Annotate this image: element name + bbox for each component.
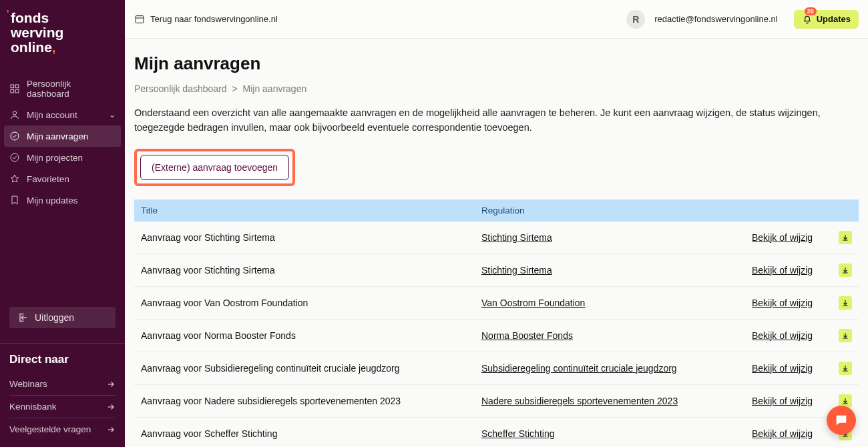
logout-icon: [17, 312, 28, 323]
logo-tick-icon: ': [7, 9, 9, 19]
row-title: Aanvraag voor Nadere subsidieregels spor…: [134, 384, 475, 417]
sidebar-item-label: Favorieten: [27, 174, 69, 184]
sidebar-item-label: Mijn aanvragen: [27, 131, 88, 141]
logo-line1: fonds: [11, 10, 49, 25]
chat-icon: [834, 413, 849, 428]
svg-rect-2: [11, 89, 14, 93]
regulation-link[interactable]: Subsidieregeling continuïteit cruciale j…: [481, 363, 677, 374]
logo-line2: werving: [11, 25, 63, 40]
direct-link-faq[interactable]: Veelgestelde vragen: [9, 418, 116, 440]
row-title: Aanvraag voor Subsidieregeling continuït…: [134, 352, 475, 384]
check-circle-icon: [9, 152, 20, 163]
sidebar-item-projecten[interactable]: Mijn projecten: [0, 147, 125, 168]
logo-comma: ,: [52, 39, 56, 55]
svg-rect-3: [15, 89, 19, 93]
sidebar-item-updates[interactable]: Mijn updates: [0, 189, 125, 211]
sidebar-item-favorieten[interactable]: Favorieten: [0, 168, 125, 189]
table-header-row: Title Regulation: [134, 199, 859, 221]
download-button[interactable]: [839, 296, 852, 310]
breadcrumb: Persoonlijk dashboard > Mijn aanvragen: [134, 83, 859, 94]
table-row: Aanvraag voor Stichting SirtemaStichting…: [134, 221, 859, 254]
direct-link-webinars[interactable]: Webinars: [9, 373, 116, 396]
topbar: Terug naar fondswervingonline.nl R redac…: [125, 0, 868, 39]
user-icon: [9, 109, 20, 120]
brand-logo: ' fonds werving online,: [0, 11, 125, 73]
view-edit-link[interactable]: Bekijk of wijzig: [752, 298, 813, 308]
regulation-link[interactable]: Norma Booster Fonds: [481, 330, 573, 341]
direct-link-label: Veelgestelde vragen: [9, 424, 91, 434]
direct-link-label: Kennisbank: [9, 402, 57, 412]
sidebar: ' fonds werving online, Persoonlijk dash…: [0, 0, 125, 447]
regulation-link[interactable]: Nadere subsidieregels sportevenementen 2…: [481, 396, 678, 406]
arrow-right-icon: [106, 402, 116, 412]
svg-point-6: [11, 153, 19, 161]
download-icon: [841, 397, 849, 405]
main: Terug naar fondswervingonline.nl R redac…: [125, 0, 868, 447]
download-button[interactable]: [839, 362, 852, 375]
logout-label: Uitloggen: [35, 312, 74, 323]
svg-rect-0: [11, 85, 14, 88]
regulation-link[interactable]: Van Oostrom Foundation: [481, 298, 585, 308]
avatar[interactable]: R: [626, 10, 645, 29]
direct-link-label: Webinars: [9, 379, 47, 389]
download-button[interactable]: [839, 231, 852, 244]
sidebar-nav: Persoonlijk dashboard Mijn account ⌄ Mij…: [0, 73, 125, 211]
table-row: Aanvraag voor Van Oostrom FoundationVan …: [134, 286, 859, 319]
breadcrumb-root[interactable]: Persoonlijk dashboard: [134, 83, 227, 94]
regulation-link[interactable]: Stichting Sirtema: [481, 232, 552, 243]
user-email: redactie@fondswervingonline.nl: [654, 14, 777, 24]
back-link-label: Terug naar fondswervingonline.nl: [150, 14, 278, 24]
view-edit-link[interactable]: Bekijk of wijzig: [752, 396, 813, 406]
download-icon: [841, 299, 849, 307]
view-edit-link[interactable]: Bekijk of wijzig: [752, 428, 813, 439]
row-title: Aanvraag voor Stichting Sirtema: [134, 254, 475, 286]
external-request-button[interactable]: (Externe) aanvraag toevoegen: [140, 155, 289, 180]
direct-title: Direct naar: [9, 353, 116, 366]
arrow-right-icon: [106, 425, 116, 434]
sidebar-item-dashboard[interactable]: Persoonlijk dashboard: [0, 73, 125, 104]
svg-rect-1: [15, 85, 19, 88]
col-header-regulation[interactable]: Regulation: [475, 199, 745, 221]
download-icon: [841, 234, 849, 242]
row-title: Aanvraag voor Scheffer Stichting: [134, 417, 475, 447]
updates-badge: 28: [805, 7, 817, 15]
logout-button[interactable]: Uitloggen: [9, 307, 116, 328]
arrow-right-icon: [106, 380, 116, 389]
download-button[interactable]: [839, 329, 852, 342]
download-icon: [841, 332, 849, 340]
chat-bubble[interactable]: [827, 406, 856, 435]
view-edit-link[interactable]: Bekijk of wijzig: [752, 232, 813, 243]
regulation-link[interactable]: Scheffer Stichting: [481, 428, 554, 439]
check-circle-icon: [9, 131, 20, 141]
content: Mijn aanvragen Persoonlijk dashboard > M…: [125, 39, 868, 447]
bookmark-icon: [9, 195, 20, 205]
col-header-title[interactable]: Title: [134, 199, 475, 221]
view-edit-link[interactable]: Bekijk of wijzig: [752, 363, 813, 374]
row-title: Aanvraag voor Stichting Sirtema: [134, 221, 475, 254]
svg-rect-7: [136, 15, 144, 23]
direct-naar-section: Direct naar Webinars Kennisbank Veelgest…: [0, 343, 125, 447]
col-header-download: [832, 199, 859, 221]
page-title: Mijn aanvragen: [134, 53, 859, 74]
requests-table: Title Regulation Aanvraag voor Stichting…: [134, 199, 859, 448]
regulation-link[interactable]: Stichting Sirtema: [481, 265, 552, 276]
table-row: Aanvraag voor Scheffer StichtingScheffer…: [134, 417, 859, 447]
col-header-action: [745, 199, 832, 221]
svg-point-5: [11, 132, 19, 140]
row-title: Aanvraag voor Van Oostrom Foundation: [134, 286, 475, 319]
sidebar-item-label: Persoonlijk dashboard: [27, 79, 116, 99]
view-edit-link[interactable]: Bekijk of wijzig: [752, 330, 813, 341]
updates-label: Updates: [817, 14, 851, 24]
breadcrumb-sep: >: [232, 83, 237, 94]
window-icon: [134, 14, 145, 25]
bell-icon: [802, 14, 813, 25]
back-link[interactable]: Terug naar fondswervingonline.nl: [134, 14, 278, 25]
download-button[interactable]: [839, 264, 852, 277]
sidebar-item-aanvragen[interactable]: Mijn aanvragen: [4, 125, 121, 147]
logo-line3: online: [11, 39, 52, 55]
updates-button[interactable]: 28 Updates: [794, 10, 859, 29]
download-icon: [841, 266, 849, 274]
direct-link-kennisbank[interactable]: Kennisbank: [9, 396, 116, 418]
sidebar-item-account[interactable]: Mijn account ⌄: [0, 104, 125, 125]
view-edit-link[interactable]: Bekijk of wijzig: [752, 265, 813, 276]
